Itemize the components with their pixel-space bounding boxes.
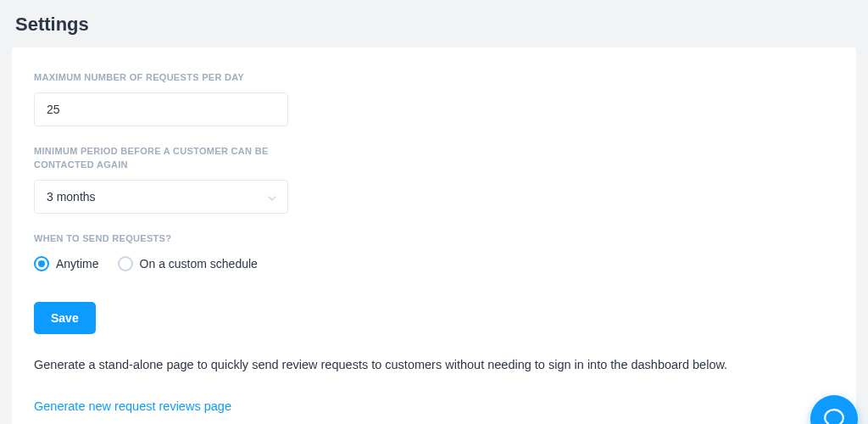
radio-icon bbox=[34, 256, 49, 271]
page-title: Settings bbox=[0, 0, 868, 47]
when-send-label: WHEN TO SEND REQUESTS? bbox=[34, 232, 288, 245]
max-requests-label: MAXIMUM NUMBER OF REQUESTS PER DAY bbox=[34, 71, 288, 84]
generate-reviews-link[interactable]: Generate new request reviews page bbox=[34, 399, 231, 413]
radio-custom-label: On a custom schedule bbox=[140, 257, 258, 271]
radio-anytime[interactable]: Anytime bbox=[34, 256, 99, 271]
settings-card: MAXIMUM NUMBER OF REQUESTS PER DAY MINIM… bbox=[12, 47, 856, 424]
generate-description: Generate a stand-alone page to quickly s… bbox=[34, 356, 834, 375]
radio-anytime-label: Anytime bbox=[56, 257, 99, 271]
max-requests-field: MAXIMUM NUMBER OF REQUESTS PER DAY bbox=[34, 71, 834, 126]
radio-icon bbox=[118, 256, 133, 271]
min-period-field: MINIMUM PERIOD BEFORE A CUSTOMER CAN BE … bbox=[34, 145, 834, 214]
chat-icon bbox=[823, 408, 845, 424]
min-period-select[interactable] bbox=[34, 180, 288, 214]
when-send-field: WHEN TO SEND REQUESTS? Anytime On a cust… bbox=[34, 232, 834, 271]
min-period-label: MINIMUM PERIOD BEFORE A CUSTOMER CAN BE … bbox=[34, 145, 288, 171]
max-requests-input[interactable] bbox=[34, 92, 288, 126]
when-send-radio-group: Anytime On a custom schedule bbox=[34, 256, 834, 271]
radio-custom[interactable]: On a custom schedule bbox=[118, 256, 258, 271]
save-button[interactable]: Save bbox=[34, 302, 96, 334]
